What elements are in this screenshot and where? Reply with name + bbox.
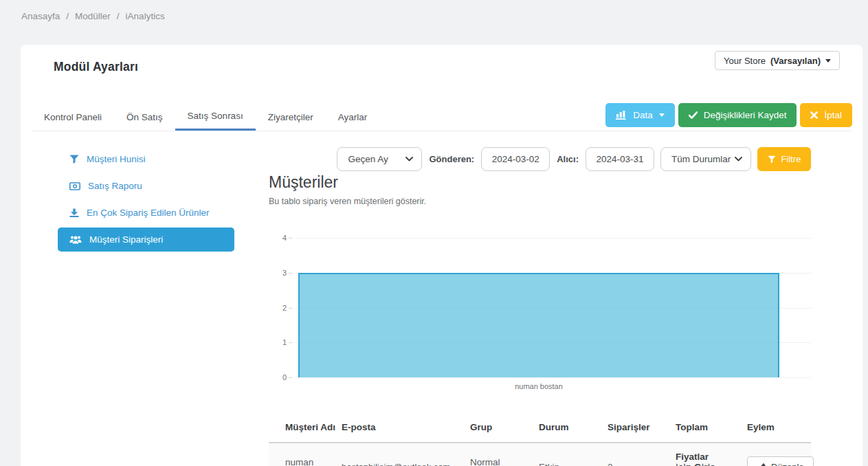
col-header-toplam: Toplam [659, 414, 731, 443]
report-sidebar: Müşteri Hunisi Satış Raporu En Çok Sipar… [58, 147, 234, 254]
save-changes-label: Değişiklikleri Kaydet [704, 110, 787, 120]
col-header-eposta: E-posta [325, 414, 454, 443]
from-date-input[interactable] [481, 147, 550, 171]
sidebar-item-satis-raporu[interactable]: Satış Raporu [58, 174, 234, 198]
chevron-down-icon [735, 157, 742, 162]
chart-gridline [296, 238, 811, 238]
filter-row: Geçen Ay Gönderen: Alıcı: Tüm Durumlar F… [269, 147, 811, 171]
section-title: Müşteriler [269, 173, 811, 192]
breadcrumb-home[interactable]: Anasayfa [21, 11, 60, 21]
funnel-icon [768, 155, 776, 164]
chevron-down-icon [405, 157, 413, 162]
chart-y-tick-label: 4 [282, 234, 287, 242]
caret-down-icon [825, 59, 831, 63]
breadcrumb: Anasayfa / Modüller / iAnalytics [21, 11, 165, 21]
cancel-button[interactable]: İptal [800, 103, 852, 127]
chart-y-tick-label: 1 [282, 338, 287, 346]
section-subtitle: Bu tablo sipariş veren müşterileri göste… [269, 197, 811, 206]
from-date-label: Gönderen: [429, 154, 474, 164]
table-header-row: Müşteri Adı E-posta Grup Durum Siparişle… [269, 414, 811, 443]
chart-gridline [296, 377, 811, 378]
to-date-input[interactable] [586, 147, 654, 171]
cell-email: bostanbilisim@outlook.com [325, 443, 454, 466]
cell-orders: 3 [591, 443, 659, 466]
breadcrumb-separator: / [117, 11, 120, 21]
status-select[interactable]: Tüm Durumlar [660, 147, 751, 171]
period-select-value: Geçen Ay [348, 154, 388, 164]
edit-button[interactable]: Düzenle [747, 456, 814, 466]
users-icon [69, 235, 82, 244]
tab-on-satis[interactable]: Ön Satış [114, 103, 175, 131]
check-icon [689, 111, 698, 119]
cell-status: Etkin [522, 443, 591, 466]
report-main: Geçen Ay Gönderen: Alıcı: Tüm Durumlar F… [269, 147, 811, 466]
module-settings-card: Modül Ayarları Your Store (Varsayılan) K… [21, 45, 863, 466]
col-header-eylem: Eylem [731, 414, 811, 443]
chart-y-tick-label: 0 [282, 373, 287, 381]
table-row: numan bostan bostanbilisim@outlook.com N… [269, 443, 811, 466]
download-icon [69, 208, 79, 217]
page-title: Modül Ayarları [54, 60, 138, 74]
bar-chart-icon [616, 110, 627, 120]
col-header-durum: Durum [522, 414, 591, 443]
col-header-musteri-adi: Müşteri Adı [269, 414, 325, 443]
cell-group: Normal Üyelik [454, 443, 522, 466]
breadcrumb-separator: / [66, 11, 69, 21]
money-bill-icon [69, 182, 80, 190]
cell-total: Fiyatlar için Giriş Yapınız [659, 443, 731, 466]
filter-button[interactable]: Filtre [757, 147, 811, 171]
chart-bar [298, 273, 779, 377]
chart-y-tick-label: 3 [282, 269, 287, 277]
funnel-icon [69, 155, 79, 164]
breadcrumb-modules[interactable]: Modüller [75, 11, 111, 21]
sidebar-item-en-cok-siparis[interactable]: En Çok Sipariş Edilen Ürünler [58, 201, 234, 225]
sidebar-item-musteri-hunisi[interactable]: Müşteri Hunisi [58, 147, 234, 171]
edit-button-label: Düzenle [771, 462, 804, 466]
data-button-label: Data [633, 110, 653, 120]
chart-y-tick-label: 2 [282, 304, 287, 312]
filter-button-label: Filtre [781, 154, 801, 164]
tab-kontrol-paneli[interactable]: Kontrol Paneli [32, 103, 114, 131]
col-header-grup: Grup [454, 414, 522, 443]
store-selector-button[interactable]: Your Store (Varsayılan) [715, 51, 840, 70]
tab-satis-sonrasi[interactable]: Satış Sonrası [175, 103, 256, 131]
chart-x-tick-label: numan bostan [298, 382, 779, 390]
customers-table-wrap: Müşteri Adı E-posta Grup Durum Siparişle… [269, 414, 811, 466]
tab-bar: Kontrol Paneli Ön Satış Satış Sonrası Zi… [32, 103, 852, 131]
save-changes-button[interactable]: Değişiklikleri Kaydet [678, 103, 797, 127]
cancel-label: İptal [824, 110, 842, 120]
tab-ziyaretciler[interactable]: Ziyaretçiler [256, 103, 326, 131]
sidebar-item-musteri-siparisleri[interactable]: Müşteri Siparişleri [58, 228, 234, 252]
to-date-label: Alıcı: [557, 154, 579, 164]
data-button[interactable]: Data [605, 103, 675, 127]
tab-ayarlar[interactable]: Ayarlar [326, 103, 380, 131]
x-icon [810, 111, 818, 119]
pencil-icon [757, 463, 766, 466]
cell-action: Düzenle [731, 443, 811, 466]
chart-plot [296, 238, 811, 377]
cell-customer-name: numan bostan [269, 443, 325, 466]
period-select[interactable]: Geçen Ay [337, 147, 422, 171]
caret-down-icon [659, 113, 665, 117]
store-selector-label: Your Store [724, 56, 766, 66]
chart-y-axis: 01234 [269, 238, 296, 377]
col-header-siparisler: Siparişler [591, 414, 659, 443]
customers-bar-chart: 01234 numan bostan [269, 238, 811, 399]
store-selector-default: (Varsayılan) [770, 56, 821, 66]
status-select-value: Tüm Durumlar [671, 154, 731, 164]
customers-table: Müşteri Adı E-posta Grup Durum Siparişle… [269, 414, 811, 466]
toolbar: Data Değişiklikleri Kaydet İptal [605, 103, 852, 131]
breadcrumb-current[interactable]: iAnalytics [126, 11, 165, 21]
